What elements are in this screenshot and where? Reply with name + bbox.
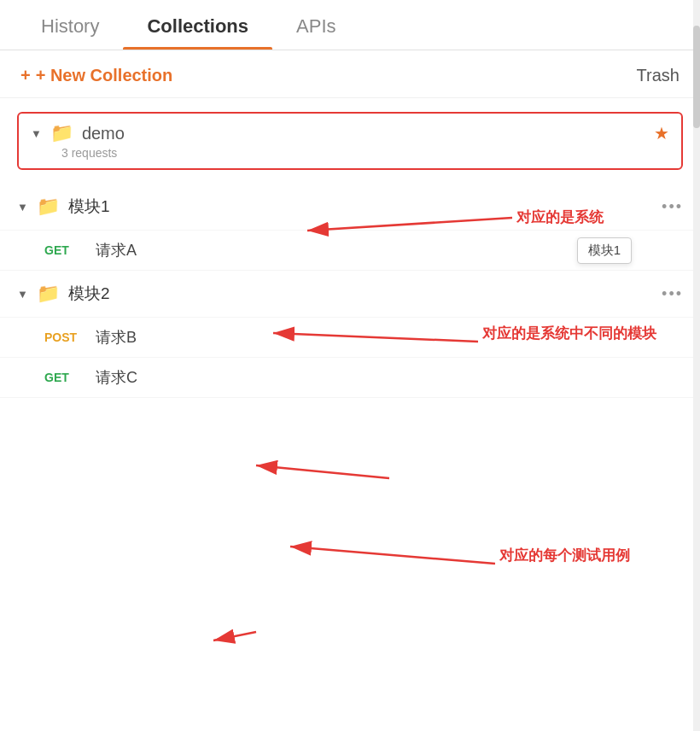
app-container: History Collections APIs + + New Collect… (0, 0, 700, 731)
more-options-icon[interactable]: ••• (662, 285, 683, 303)
request-b-name: 请求B (96, 327, 137, 348)
tab-history[interactable]: History (17, 0, 123, 50)
svg-line-8 (213, 632, 256, 640)
chevron-down-icon: ▼ (17, 288, 28, 301)
svg-line-6 (290, 547, 495, 564)
demo-collection-header: ▼ 📁 demo ★ (31, 122, 669, 144)
new-collection-label: + New Collection (36, 66, 173, 85)
svg-text:对应的每个测试用例: 对应的每个测试用例 (499, 547, 630, 564)
tab-apis-label: APIs (296, 15, 335, 37)
request-c-name: 请求C (96, 367, 137, 388)
module-1-header[interactable]: ▼ 📁 模块1 ••• (17, 196, 683, 218)
tab-collections[interactable]: Collections (123, 0, 272, 50)
module-1-name: 模块1 (68, 196, 653, 218)
folder-icon: 📁 (37, 196, 60, 218)
more-options-icon[interactable]: ••• (662, 198, 683, 216)
tooltip-text: 模块1 (588, 243, 621, 257)
tab-collections-label: Collections (147, 15, 248, 37)
module-2-name: 模块2 (68, 283, 653, 305)
request-b-item[interactable]: POST 请求B (0, 318, 700, 358)
scrollbar[interactable] (693, 0, 700, 731)
trash-label: Trash (637, 66, 680, 85)
folder-icon: 📁 (50, 122, 73, 144)
demo-request-count: 3 requests (61, 146, 669, 160)
module-1-item: ▼ 📁 模块1 ••• (0, 184, 700, 231)
request-c-item[interactable]: GET 请求C (0, 358, 700, 398)
method-badge-get: GET (44, 243, 82, 257)
method-badge-post: POST (44, 330, 82, 344)
trash-button[interactable]: Trash (637, 66, 680, 85)
svg-line-5 (256, 465, 389, 478)
chevron-down-icon: ▼ (31, 127, 42, 140)
module-2-header[interactable]: ▼ 📁 模块2 ••• (17, 283, 683, 305)
method-badge-get: GET (44, 371, 82, 384)
new-collection-button[interactable]: + + New Collection (20, 66, 172, 85)
plus-icon: + (20, 66, 31, 85)
request-a-name: 请求A (96, 240, 137, 260)
module1-tooltip: 模块1 (577, 237, 632, 264)
tab-bar: History Collections APIs (0, 0, 700, 50)
star-icon[interactable]: ★ (654, 123, 669, 143)
chevron-down-icon: ▼ (17, 201, 28, 213)
demo-collection-name: demo (82, 124, 645, 143)
folder-icon: 📁 (37, 283, 60, 305)
tab-apis[interactable]: APIs (272, 0, 359, 50)
action-bar: + + New Collection Trash (0, 50, 700, 98)
module-2-item: ▼ 📁 模块2 ••• (0, 271, 700, 318)
request-a-item[interactable]: GET 请求A 模块1 (0, 231, 700, 271)
demo-collection[interactable]: ▼ 📁 demo ★ 3 requests (17, 112, 683, 170)
tab-history-label: History (41, 15, 99, 37)
collections-list: ▼ 📁 demo ★ 3 requests ▼ 📁 模块1 ••• GET 请求… (0, 112, 700, 398)
scrollbar-thumb[interactable] (693, 26, 700, 128)
